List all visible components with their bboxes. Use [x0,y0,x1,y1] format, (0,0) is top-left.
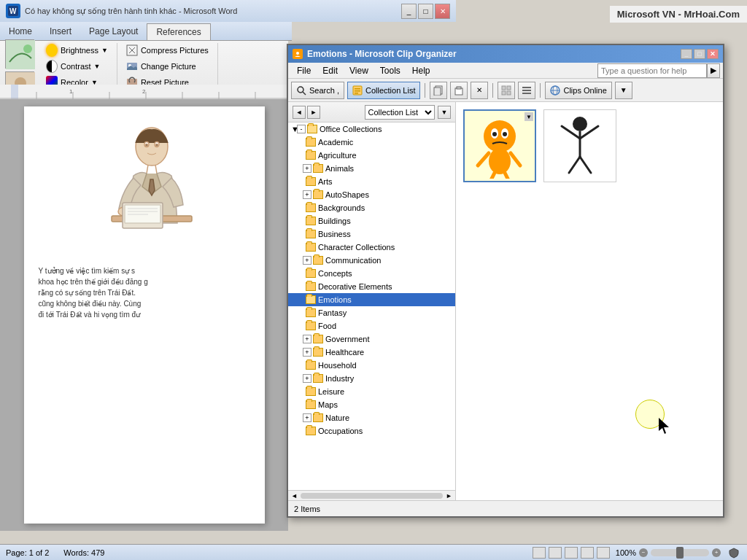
word-icon: W [6,4,20,18]
search-button[interactable]: Search , [291,82,344,99]
svg-point-63 [503,132,507,136]
clip-titlebar-controls: _ □ ✕ [681,49,719,59]
zoom-increase[interactable]: + [712,548,721,557]
tab-insert[interactable]: Insert [41,22,80,40]
view-icon-4[interactable] [581,547,594,559]
zoom-decrease[interactable]: − [639,548,648,557]
folder-icon-food [306,322,316,330]
tree-item-office-collections[interactable]: ▼ - Office Collections [288,122,455,136]
tree-expand-communication[interactable]: + [303,256,311,265]
tree-expand-autoshapes[interactable]: + [303,190,311,199]
clip-restore-button[interactable]: □ [694,49,705,59]
compress-pictures-button[interactable]: Compress Pictures [123,43,212,58]
clip-dropdown-1[interactable]: ▼ [525,112,533,121]
tree-expand-nature[interactable]: + [303,413,311,422]
tree-expand-government[interactable]: + [303,335,311,343]
tree-item-maps[interactable]: Maps [288,398,455,411]
paste-button[interactable] [450,82,468,99]
svg-line-74 [580,157,591,173]
tree-item-occupations[interactable]: Occupations [288,424,455,438]
tree-item-concepts[interactable]: Concepts [288,267,455,280]
menu-help[interactable]: Help [406,64,436,77]
tree-item-healthcare[interactable]: + Healthcare [288,346,455,359]
view-icon-2[interactable] [549,547,562,559]
tree-item-fantasy[interactable]: Fantasy [288,306,455,319]
close-button[interactable]: ✕ [435,4,450,19]
menu-view[interactable]: View [344,64,374,77]
folder-icon-character-collections [306,243,316,252]
minimize-button[interactable]: _ [401,4,417,19]
tree-expand-industry[interactable]: + [303,374,311,383]
tree-item-backgrounds[interactable]: Backgrounds [288,201,455,214]
copy-button[interactable] [430,82,447,99]
scroll-left-btn[interactable]: ◄ [291,492,298,499]
tree-item-government[interactable]: + Government [288,332,455,346]
collection-list-button[interactable]: Collection List [347,82,420,99]
menu-edit[interactable]: Edit [317,64,344,77]
svg-line-65 [478,153,489,166]
help-search-button[interactable]: ▶ [707,63,720,78]
clip-organizer-window: Emotions - Microsoft Clip Organizer _ □ … [287,44,724,518]
view-icon-5[interactable] [597,547,610,559]
clip-close-button[interactable]: ✕ [707,49,719,59]
tree-item-character-collections[interactable]: Character Collections [288,241,455,254]
svg-rect-51 [502,91,506,95]
tree-item-buildings[interactable]: Buildings [288,214,455,228]
tree-item-nature[interactable]: + Nature [288,411,455,424]
view-icon-1[interactable] [533,547,546,559]
forward-button[interactable]: ► [307,106,320,119]
view-icon-3[interactable] [565,547,578,559]
tree-item-leisure[interactable]: Leisure [288,385,455,398]
tree-content[interactable]: ▼ - Office Collections Academic Agricult… [288,122,455,490]
horizontal-scrollbar[interactable] [301,493,443,499]
tree-item-academic[interactable]: Academic [288,136,455,149]
svg-rect-42 [355,88,360,90]
clips-online-button[interactable]: Clips Online [545,82,611,99]
back-button[interactable]: ◄ [293,106,306,119]
tree-item-autoshapes[interactable]: + AutoShapes [288,188,455,201]
tab-page-layout[interactable]: Page Layout [80,22,147,40]
folder-icon-backgrounds [306,203,316,212]
menu-file[interactable]: File [291,64,317,77]
watermark: Microsoft VN - MrHoai.Com [610,6,747,23]
menu-tools[interactable]: Tools [374,64,406,77]
tree-expand-healthcare[interactable]: + [303,348,311,357]
security-icon [727,547,741,559]
zoom-slider[interactable] [651,549,709,556]
tree-item-communication[interactable]: + Communication [288,254,455,267]
dropdown-arrow[interactable]: ▼ [438,106,451,119]
change-picture-button[interactable]: Change Picture [123,59,212,74]
tree-expand-animals[interactable]: + [303,164,311,173]
contrast-button[interactable]: Contrast ▼ [43,59,111,74]
maximize-button[interactable]: □ [418,4,433,19]
tree-expand-office[interactable]: - [297,125,306,133]
brightness-button[interactable]: Brightness ▼ [43,43,111,58]
tree-item-agriculture[interactable]: Agriculture [288,149,455,162]
tree-item-household[interactable]: Household [288,359,455,372]
clip-item-emotion-1[interactable]: ▼ [463,109,536,182]
svg-rect-12 [11,85,18,99]
thumbnail-view-btn[interactable] [498,82,515,99]
tab-references[interactable]: References [147,23,210,40]
tab-home[interactable]: Home [0,22,41,40]
clip-minimize-button[interactable]: _ [681,49,692,59]
collection-dropdown[interactable]: Collection List [365,105,436,120]
toolbar-separator-2 [492,83,493,98]
svg-rect-53 [522,87,531,88]
tree-item-animals[interactable]: + Animals [288,162,455,175]
help-input[interactable] [597,63,707,78]
toolbar-more-btn[interactable]: ▼ [615,82,632,99]
clip-item-emotion-2[interactable] [543,109,616,182]
delete-button[interactable]: ✕ [471,82,488,99]
tree-item-business[interactable]: Business [288,228,455,241]
zoom-level: 100% − + [616,548,721,557]
scroll-right-btn[interactable]: ► [446,492,452,499]
list-view-btn[interactable] [518,82,535,99]
tree-item-decorative[interactable]: Decorative Elements [288,280,455,293]
tree-item-arts[interactable]: Arts [288,175,455,188]
tree-item-industry[interactable]: + Industry [288,372,455,385]
svg-line-66 [511,153,520,166]
view-icons [533,547,610,559]
tree-item-food[interactable]: Food [288,319,455,332]
tree-item-emotions[interactable]: Emotions [288,293,455,306]
